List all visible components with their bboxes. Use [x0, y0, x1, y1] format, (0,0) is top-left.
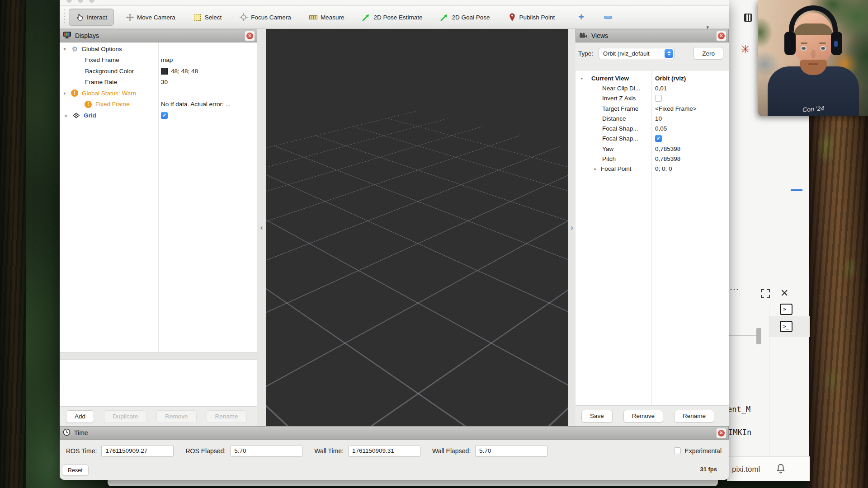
chevron-down-icon[interactable]: ▾: [62, 47, 67, 52]
views-panel-header[interactable]: Views ✕: [576, 29, 729, 42]
tree-row-focal-shape-fixed[interactable]: Focal Shap... ✓: [576, 134, 729, 144]
bell-icon[interactable]: [776, 464, 785, 475]
file-name[interactable]: pixi.toml: [732, 465, 760, 474]
tree-row-focal-point[interactable]: ▸ Focal Point 0; 0; 0: [576, 164, 729, 174]
experimental-toggle[interactable]: Experimental: [674, 440, 722, 462]
tool-2d-goal-pose[interactable]: 2D Goal Pose: [434, 9, 496, 26]
displays-panel-header[interactable]: Displays ✕: [60, 29, 257, 42]
close-panel-button[interactable]: ✕: [716, 428, 726, 438]
fullscreen-icon[interactable]: [761, 289, 770, 298]
add-tool-button[interactable]: +: [578, 12, 584, 22]
save-button[interactable]: Save: [581, 410, 613, 422]
row-value[interactable]: 48; 48; 48: [161, 68, 198, 75]
ros-elapsed-input[interactable]: [230, 445, 302, 457]
row-value[interactable]: 0,01: [655, 85, 667, 92]
experimental-checkbox[interactable]: [674, 447, 681, 454]
viewport-right-splitter[interactable]: ›: [568, 29, 576, 426]
views-buttons: Save Remove Rename: [576, 406, 729, 426]
row-value[interactable]: [655, 95, 662, 102]
add-button[interactable]: Add: [66, 410, 94, 423]
focal-shape-checkbox[interactable]: ✓: [655, 135, 662, 142]
duplicate-button[interactable]: Duplicate: [104, 410, 146, 423]
editor-status-bar: pixi.toml: [727, 456, 810, 481]
tree-row-grid[interactable]: ▸ Grid ✓: [60, 110, 257, 121]
invert-z-checkbox[interactable]: [655, 95, 662, 102]
ros-time-input[interactable]: [101, 445, 174, 457]
rename-button[interactable]: Rename: [674, 410, 714, 422]
row-value[interactable]: <Fixed Frame>: [655, 105, 697, 112]
tree-row-near-clip[interactable]: Near Clip Di... 0,01: [576, 83, 729, 93]
tree-row-distance[interactable]: Distance 10: [576, 113, 729, 123]
rename-button[interactable]: Rename: [207, 410, 247, 423]
tree-row-yaw[interactable]: Yaw 0,785398: [576, 144, 729, 154]
wall-elapsed-input[interactable]: [475, 445, 547, 457]
remove-button[interactable]: Remove: [623, 410, 663, 422]
tool-2d-pose-estimate[interactable]: 2D Pose Estimate: [356, 9, 429, 26]
3d-viewport[interactable]: [266, 29, 568, 426]
wall-time-input[interactable]: [348, 445, 420, 457]
row-value[interactable]: 10: [655, 115, 662, 122]
tree-row-frame-rate[interactable]: Frame Rate 30: [60, 77, 257, 88]
close-icon[interactable]: ✕: [780, 287, 788, 299]
terminal-icon[interactable]: >_: [780, 321, 793, 332]
tool-move-camera[interactable]: Move Camera: [119, 9, 182, 26]
row-value[interactable]: map: [161, 56, 173, 63]
tool-measure[interactable]: Measure: [303, 9, 351, 26]
tree-row-current-view[interactable]: ▾ Current View Orbit (rviz): [576, 73, 729, 83]
view-type-dropdown[interactable]: Orbit (rviz_default: [599, 48, 675, 59]
zero-button[interactable]: Zero: [693, 47, 723, 60]
eye: [821, 47, 825, 50]
toolbar-drag-handle[interactable]: [63, 9, 66, 25]
tool-label: 2D Pose Estimate: [373, 14, 422, 21]
row-value[interactable]: 0,785398: [655, 145, 680, 152]
tree-row-background-color[interactable]: Background Color 48; 48; 48: [60, 66, 257, 77]
scrollbar-thumb[interactable]: [756, 328, 761, 344]
tool-select[interactable]: Select: [187, 9, 228, 26]
window-zoom-button[interactable]: [89, 0, 94, 3]
remove-tool-button[interactable]: [604, 16, 612, 19]
time-panel-header[interactable]: Time ✕: [60, 426, 729, 440]
chevron-right-icon[interactable]: ▸: [593, 166, 598, 171]
tree-row-global-status[interactable]: ▾ ! Global Status: Warn: [60, 88, 257, 99]
window-minimize-button[interactable]: [78, 0, 83, 3]
chevron-down-icon[interactable]: ▾: [62, 91, 67, 96]
terminal-icon[interactable]: >_: [780, 304, 793, 315]
grid-icon: [72, 113, 80, 118]
close-panel-button[interactable]: ✕: [716, 31, 726, 41]
grid-enabled-checkbox[interactable]: ✓: [161, 112, 168, 119]
columns-icon[interactable]: [744, 14, 752, 22]
chevron-down-icon[interactable]: ▾: [579, 76, 585, 81]
tool-label: Measure: [321, 14, 344, 21]
tree-row-target-frame[interactable]: Target Frame <Fixed Frame>: [576, 103, 729, 113]
reset-button[interactable]: Reset: [62, 465, 89, 476]
row-value[interactable]: 0,05: [655, 125, 667, 132]
remove-button[interactable]: Remove: [156, 410, 196, 423]
row-value[interactable]: 30: [161, 79, 168, 85]
tree-row-fixed-frame[interactable]: Fixed Frame map: [60, 55, 257, 66]
tree-row-pitch[interactable]: Pitch 0,785398: [576, 154, 729, 164]
row-value[interactable]: 0,785398: [655, 155, 680, 162]
row-label: Global Status: Warn: [82, 90, 136, 97]
row-value[interactable]: 0; 0; 0: [655, 165, 672, 172]
row-value[interactable]: ✓: [161, 112, 168, 119]
tool-label: 2D Goal Pose: [452, 14, 490, 21]
tree-row-focal-shape-size[interactable]: Focal Shap... 0,05: [576, 123, 729, 133]
more-options-icon[interactable]: …: [729, 281, 740, 293]
tool-label: Focus Camera: [251, 14, 291, 21]
dropdown-stepper-icon[interactable]: [665, 49, 673, 58]
tool-focus-camera[interactable]: Focus Camera: [233, 9, 297, 26]
panel-splitter[interactable]: [60, 352, 257, 359]
close-panel-button[interactable]: ✕: [245, 31, 255, 41]
tool-interact[interactable]: Interact: [69, 9, 114, 26]
displays-buttons: Add Duplicate Remove Rename: [60, 407, 257, 426]
tree-row-global-options[interactable]: ▾ ⚙ Global Options: [60, 43, 257, 55]
tool-publish-point[interactable]: Publish Point: [502, 9, 561, 26]
viewport-left-splitter[interactable]: ‹: [257, 29, 266, 426]
map-pin-icon: [508, 13, 516, 21]
chevron-right-icon[interactable]: ▸: [64, 113, 69, 118]
row-value[interactable]: ✓: [655, 135, 662, 142]
window-close-button[interactable]: [66, 0, 72, 3]
row-label: Fixed Frame: [95, 101, 130, 108]
tree-row-invert-z[interactable]: Invert Z Axis: [576, 94, 729, 103]
tree-row-fixed-frame-warning[interactable]: ! Fixed Frame No tf data. Actual error: …: [60, 99, 257, 110]
